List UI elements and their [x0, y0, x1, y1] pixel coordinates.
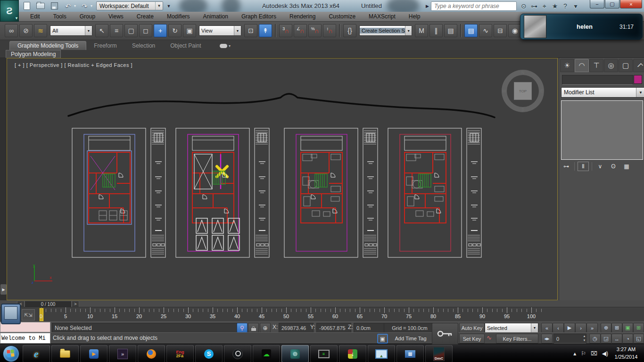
search-icon[interactable]: ⊙: [519, 2, 529, 11]
object-name-field[interactable]: [562, 75, 633, 85]
angle-snap-toggle[interactable]: ∠∩: [294, 24, 307, 37]
window-crossing-toggle[interactable]: ◻: [139, 24, 152, 37]
viewcube-top-face[interactable]: TOP: [514, 82, 532, 100]
kmplayer-icon[interactable]: »: [109, 345, 136, 362]
select-and-uniform-scale[interactable]: ▣: [183, 24, 196, 37]
dmc-game-icon[interactable]: DmC: [425, 345, 453, 362]
start-button[interactable]: [3, 346, 19, 362]
save-file-button[interactable]: [49, 1, 59, 11]
select-and-rotate[interactable]: ↻: [168, 24, 182, 37]
menu-item-rendering[interactable]: Rendering: [283, 12, 322, 21]
remove-modifier[interactable]: ʘ: [608, 162, 619, 171]
object-color-swatch[interactable]: [634, 75, 642, 84]
bind-to-space-warp[interactable]: ≋: [34, 24, 47, 37]
named-selection-sets-dropdown[interactable]: Create Selection Se▼: [359, 25, 412, 36]
viewcube[interactable]: TOP N E S W: [502, 70, 544, 112]
favorites-icon[interactable]: ★: [550, 2, 560, 11]
redo-button[interactable]: ↷: [79, 1, 90, 11]
communication-center-icon[interactable]: ⌖: [539, 2, 550, 11]
select-and-move[interactable]: +: [154, 24, 167, 37]
maximize-button[interactable]: ▢: [605, 0, 619, 8]
volume-icon[interactable]: ◀): [602, 350, 608, 357]
close-button[interactable]: ×: [620, 0, 642, 8]
orbit-button[interactable]: ◔: [622, 334, 633, 344]
qat-customize-caret[interactable]: ▼: [165, 1, 173, 10]
go-to-start-button[interactable]: «: [541, 323, 553, 333]
maxscript-mini-listener[interactable]: Welcome to Mi: [0, 333, 50, 344]
open-mini-curve-editor-button[interactable]: ⇱⇲: [22, 309, 35, 321]
z-coord-field[interactable]: 0.0cm: [354, 323, 385, 333]
modifier-list-dropdown[interactable]: Modifier List ▼: [561, 87, 644, 98]
snaps-toggle[interactable]: 3∩: [279, 24, 292, 37]
control-panel-icon[interactable]: ▦: [396, 345, 424, 362]
absolute-offset-mode-toggle[interactable]: ⊕: [260, 323, 271, 333]
go-to-end-button[interactable]: »: [586, 323, 598, 333]
tab-modify[interactable]: ◠: [575, 59, 589, 72]
menu-item-modifiers[interactable]: Modifiers: [160, 12, 197, 21]
selection-filter-dropdown[interactable]: All▼: [50, 25, 92, 36]
minimize-button[interactable]: −: [590, 0, 604, 8]
menu-item-maxscript[interactable]: MAXScript: [362, 12, 402, 21]
search-collapse-icon[interactable]: ▶: [426, 4, 429, 8]
frame-spinner[interactable]: ▲▼: [582, 334, 587, 343]
spinner-snap-toggle[interactable]: ↕∩: [323, 24, 336, 37]
field-of-view-button[interactable]: ◲: [601, 334, 611, 344]
help-menu-caret[interactable]: ▾: [570, 2, 581, 11]
maximize-viewport-toggle[interactable]: ◱: [633, 334, 644, 344]
action-center-icon[interactable]: ⚐: [581, 350, 586, 357]
align[interactable]: ∥: [429, 24, 443, 37]
expand-panel-button[interactable]: ▶: [0, 284, 7, 295]
rectangular-selection-region[interactable]: ▢: [124, 24, 138, 37]
percent-snap-toggle[interactable]: %∩: [308, 24, 322, 37]
layer-manager[interactable]: ▤: [444, 24, 457, 37]
tab-motion[interactable]: ◎: [604, 59, 618, 72]
material-editor[interactable]: ◉: [508, 24, 521, 37]
zoom-extents-all-button[interactable]: ⊞: [633, 323, 644, 333]
zoom-extents-button[interactable]: ▣: [622, 323, 633, 333]
firefox-icon[interactable]: [138, 345, 165, 362]
tab-create[interactable]: ☀: [560, 59, 574, 72]
play-animation-button[interactable]: ▶: [564, 323, 575, 333]
new-key-settings-icon[interactable]: ∿: [487, 334, 492, 341]
tray-expand-icon[interactable]: ▴: [573, 350, 576, 357]
undo-button[interactable]: ↶: [63, 1, 73, 11]
zoom-button[interactable]: ⊕: [601, 323, 611, 333]
reference-coordinate-system[interactable]: View▼: [199, 25, 241, 36]
select-by-name[interactable]: ≡: [110, 24, 123, 37]
search-input[interactable]: [431, 1, 517, 11]
schematic-view[interactable]: ⊟: [494, 24, 507, 37]
viewport[interactable]: [ + ] [ Perspective ] [ Realistic + Edge…: [7, 58, 558, 300]
configure-modifier-sets[interactable]: ▦: [621, 162, 632, 171]
toggle-layer-explorer[interactable]: ▤: [464, 24, 478, 37]
isolate-selection-toggle[interactable]: ⚲: [237, 323, 248, 333]
undo-caret-icon[interactable]: ▾: [74, 4, 76, 8]
menu-item-help[interactable]: Help: [402, 12, 427, 21]
time-configuration-button[interactable]: ◷: [589, 334, 601, 344]
adaptive-degradation-toggle[interactable]: ▣: [377, 334, 388, 344]
redo-caret-icon[interactable]: ▾: [91, 4, 92, 8]
menu-item-customize[interactable]: Customize: [322, 12, 362, 21]
ribbon-tab-object-paint[interactable]: Object Paint: [163, 41, 208, 50]
menu-item-views[interactable]: Views: [102, 12, 130, 21]
set-key-button[interactable]: Set Key: [459, 334, 485, 344]
show-end-result[interactable]: Ⅱ: [578, 162, 589, 171]
next-frame-button[interactable]: ›: [575, 323, 586, 333]
trackbar-next-key-button[interactable]: >: [72, 301, 79, 307]
pin-stack[interactable]: ⊶: [561, 162, 571, 171]
internet-explorer-icon[interactable]: e: [23, 345, 50, 362]
skype-icon[interactable]: S: [195, 345, 223, 362]
select-and-manipulate[interactable]: ↟: [259, 24, 272, 37]
tab-display[interactable]: ▢: [619, 59, 633, 72]
open-file-button[interactable]: [35, 1, 46, 11]
key-filters-button[interactable]: Key Filters...: [496, 334, 538, 344]
animation-set-dropdown[interactable]: Selected ▼: [485, 323, 538, 333]
time-ruler[interactable]: 0510152025303540455055606570758085909510…: [35, 307, 542, 322]
ribbon-tab-graphite-modeling-tools[interactable]: Graphite Modeling Tools: [9, 41, 86, 50]
y-coord-field[interactable]: -90657.875: [316, 323, 351, 333]
application-menu-button[interactable]: Ƨ▾: [0, 0, 19, 22]
steam-icon[interactable]: [224, 345, 251, 362]
pan-view-button[interactable]: ↔: [611, 334, 622, 344]
menu-item-group[interactable]: Group: [73, 12, 102, 21]
modifier-stack[interactable]: [561, 100, 643, 160]
key-login-icon[interactable]: ⊶: [529, 2, 539, 11]
